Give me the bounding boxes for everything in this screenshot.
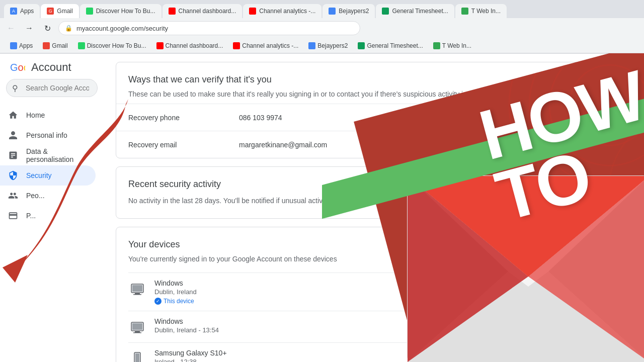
bookmark-gmail-label: Gmail xyxy=(52,42,67,49)
recovery-email-arrow: › xyxy=(616,139,619,150)
verify-section-header: Ways that we can verify that it's you Th… xyxy=(116,62,631,104)
people-icon xyxy=(8,191,18,201)
device-location-windows-other: Dublin, Ireland - 13:54 xyxy=(154,326,619,334)
sidebar-item-personal[interactable]: Personal info xyxy=(0,125,96,145)
browser-chrome: A Apps G Gmail Discover How To Bu... Cha… xyxy=(0,0,644,54)
forward-button[interactable]: → xyxy=(22,21,36,35)
tab-tweb-label: T Web In... xyxy=(471,8,501,15)
bookmarks-bar: Apps Gmail Discover How To Bu... Channel… xyxy=(0,38,644,53)
recovery-phone-label: Recovery phone xyxy=(128,114,239,122)
device-current-badge: This device xyxy=(154,298,619,305)
browser-tabs: A Apps G Gmail Discover How To Bu... Cha… xyxy=(0,0,644,18)
verify-desc: These can be used to make sure that it's… xyxy=(128,89,619,100)
tab-yt1-label: Channel dashboard... xyxy=(179,8,236,15)
verify-title: Ways that we can verify that it's you xyxy=(128,74,619,85)
sidebar-item-people[interactable]: Peo... xyxy=(0,186,96,206)
sidebar-nav: Home Personal info Data & personalisatio… xyxy=(0,105,104,226)
bookmark-yt1-label: Channel dashboard... xyxy=(166,42,223,49)
bookmark-tweb-label: T Web In... xyxy=(442,42,471,49)
device-name-windows-other: Windows xyxy=(154,317,619,325)
activity-section: Recent security activity No activity in … xyxy=(116,166,632,219)
tab-bej[interactable]: Bejaypers2 xyxy=(323,4,375,18)
security-icon xyxy=(8,170,18,180)
bookmark-gmail[interactable]: Gmail xyxy=(39,41,71,50)
device-info-windows-current: Windows Dublin, Ireland This device xyxy=(154,279,619,305)
sidebar-item-payments[interactable]: P... xyxy=(0,206,96,226)
bookmark-ts-label: General Timesheet... xyxy=(367,42,423,49)
refresh-button[interactable]: ↻ xyxy=(40,21,54,35)
tab-apps[interactable]: A Apps xyxy=(4,4,40,18)
device-info-windows-other: Windows Dublin, Ireland - 13:54 xyxy=(154,317,619,334)
sidebar-item-data-label: Data & personalisation xyxy=(26,147,88,163)
tab-yt2[interactable]: Channel analytics -... xyxy=(243,4,321,18)
back-button[interactable]: ← xyxy=(4,21,18,35)
page-content: Google Account ⚲ Home Personal info xyxy=(0,54,644,362)
recovery-phone-value: 086 103 9974 xyxy=(239,114,616,122)
bookmark-discover-label: Discover How To Bu... xyxy=(87,42,146,49)
address-bar[interactable]: 🔒 myaccount.google.com/security xyxy=(58,21,360,35)
bookmark-ts[interactable]: General Timesheet... xyxy=(354,41,427,50)
sidebar-item-people-label: Peo... xyxy=(26,192,45,200)
bookmark-apps-label: Apps xyxy=(19,42,33,49)
activity-title: Recent security activity xyxy=(128,179,619,190)
svg-text:Google: Google xyxy=(10,62,25,73)
sidebar-item-security[interactable]: Security xyxy=(0,165,96,186)
bookmark-apps[interactable]: Apps xyxy=(6,41,37,50)
device-item-samsung[interactable]: Samsung Galaxy S10+ Ireland - 12:38 xyxy=(128,342,619,362)
home-icon xyxy=(8,110,18,120)
recovery-phone-arrow: › xyxy=(616,112,619,123)
browser-toolbar: ← → ↻ 🔒 myaccount.google.com/security xyxy=(0,18,644,38)
tab-bej-label: Bejaypers2 xyxy=(339,8,369,15)
sidebar-search-input[interactable] xyxy=(6,79,98,97)
recovery-email-row[interactable]: Recovery email margaretkinane@gmail.com … xyxy=(116,131,631,158)
samsung-device-icon xyxy=(128,350,146,362)
sidebar: Google Account ⚲ Home Personal info xyxy=(0,54,104,362)
svg-rect-9 xyxy=(133,294,141,295)
tab-apps-label: Apps xyxy=(20,8,34,15)
bookmark-yt1[interactable]: Channel dashboard... xyxy=(152,41,227,50)
devices-desc: You're currently signed in to your Googl… xyxy=(128,254,619,264)
svg-point-3 xyxy=(590,81,598,89)
url-text: myaccount.google.com/security xyxy=(76,25,168,32)
device-item-windows-current[interactable]: Windows Dublin, Ireland This device xyxy=(128,273,619,311)
device-location-windows-current: Dublin, Ireland xyxy=(154,288,619,296)
device-item-windows-other[interactable]: Windows Dublin, Ireland - 13:54 xyxy=(128,311,619,342)
tab-gmail-label: Gmail xyxy=(57,8,72,15)
recovery-email-value: margaretkinane@gmail.com xyxy=(239,141,616,149)
tab-discover-label: Discover How To Bu... xyxy=(96,8,155,15)
sidebar-item-payments-label: P... xyxy=(26,212,36,220)
tab-yt1[interactable]: Channel dashboard... xyxy=(163,4,243,18)
tab-gmail[interactable]: G Gmail xyxy=(41,4,78,18)
recovery-email-label: Recovery email xyxy=(128,141,239,149)
device-info-samsung: Samsung Galaxy S10+ Ireland - 12:38 xyxy=(154,349,619,362)
svg-rect-7 xyxy=(132,285,142,292)
lock-icon: 🔒 xyxy=(65,25,72,32)
bookmark-discover[interactable]: Discover How To Bu... xyxy=(74,41,150,50)
account-title: Account xyxy=(31,61,71,74)
windows-device-icon xyxy=(128,280,146,298)
google-account-header: Google Account xyxy=(0,54,104,79)
tab-ts[interactable]: General Timesheet... xyxy=(376,4,454,18)
sidebar-item-home[interactable]: Home xyxy=(0,105,96,125)
svg-rect-15 xyxy=(135,353,139,362)
tab-discover[interactable]: Discover How To Bu... xyxy=(80,4,162,18)
payments-icon xyxy=(8,211,18,221)
device-badge-dot xyxy=(154,298,162,305)
bookmark-bej[interactable]: Bejaypers2 xyxy=(304,41,352,50)
main-content: Ways that we can verify that it's you Th… xyxy=(104,54,644,362)
sidebar-item-home-label: Home xyxy=(26,111,45,119)
bookmark-yt2[interactable]: Channel analytics -... xyxy=(229,41,302,50)
sidebar-item-data[interactable]: Data & personalisation xyxy=(0,145,96,165)
tab-tweb[interactable]: T Web In... xyxy=(455,4,507,18)
devices-title: Your devices xyxy=(128,239,619,250)
device-name-windows-current: Windows xyxy=(154,279,619,287)
svg-rect-11 xyxy=(132,323,142,330)
activity-desc: No activity in the last 28 days. You'll … xyxy=(128,196,619,206)
bookmark-tweb[interactable]: T Web In... xyxy=(429,41,475,50)
data-icon xyxy=(8,150,18,160)
sidebar-search-wrapper: ⚲ xyxy=(6,79,98,97)
recovery-phone-row[interactable]: Recovery phone 086 103 9974 › xyxy=(116,104,631,131)
tab-ts-label: General Timesheet... xyxy=(392,8,448,15)
device-name-samsung: Samsung Galaxy S10+ xyxy=(154,349,619,357)
svg-rect-8 xyxy=(135,293,140,294)
